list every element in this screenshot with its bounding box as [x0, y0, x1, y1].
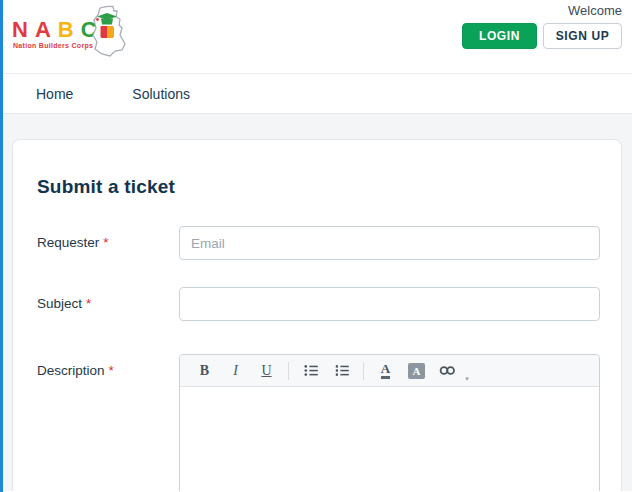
ordered-list-icon[interactable]	[327, 359, 356, 383]
subject-input[interactable]	[179, 287, 600, 321]
page-title: Submit a ticket	[37, 176, 600, 198]
description-richtext-editor: B I U	[179, 354, 600, 491]
submit-ticket-card: Submit a ticket Requester* Subject* Desc…	[12, 139, 622, 491]
bold-icon[interactable]: B	[190, 359, 219, 383]
font-color-icon[interactable]: A	[371, 359, 400, 383]
login-button[interactable]: LOGIN	[462, 23, 537, 49]
requester-email-input[interactable]	[179, 226, 600, 260]
required-asterisk: *	[109, 363, 114, 378]
requester-row: Requester*	[37, 226, 600, 260]
logo-tagline: Nation Builders Corps	[13, 42, 93, 49]
requester-label: Requester*	[37, 226, 179, 250]
underline-icon[interactable]: U	[252, 359, 281, 383]
nav-item-solutions[interactable]: Solutions	[132, 86, 190, 102]
link-dropdown-caret-icon[interactable]: ▼	[464, 376, 470, 382]
main-nav: Home Solutions	[0, 74, 632, 114]
toolbar-divider	[363, 362, 364, 380]
header: NABC Nation Builders Corps Welcome LOGIN…	[0, 0, 632, 74]
required-asterisk: *	[103, 235, 108, 250]
bullet-list-icon[interactable]	[296, 359, 325, 383]
welcome-text: Welcome	[568, 3, 622, 19]
description-label: Description*	[37, 354, 179, 378]
subject-label: Subject*	[37, 287, 179, 311]
logo-letter-b: B	[58, 17, 81, 42]
nav-item-home[interactable]: Home	[36, 86, 73, 102]
auth-buttons: LOGIN SIGN UP	[462, 23, 622, 49]
signup-button[interactable]: SIGN UP	[543, 23, 622, 49]
description-editor-content[interactable]	[180, 387, 599, 491]
page-body: Submit a ticket Requester* Subject* Desc…	[0, 114, 632, 491]
insert-link-icon[interactable]	[433, 359, 462, 383]
highlight-color-icon[interactable]: A	[402, 359, 431, 383]
required-asterisk: *	[86, 296, 91, 311]
editor-toolbar: B I U	[180, 355, 599, 387]
italic-icon[interactable]: I	[221, 359, 250, 383]
nabco-logo[interactable]: NABC Nation Builders Corps	[12, 4, 152, 66]
logo-letter-a: A	[35, 17, 58, 42]
toolbar-divider	[288, 362, 289, 380]
subject-row: Subject*	[37, 287, 600, 321]
window-edge-strip	[0, 0, 3, 492]
ghana-map-icon	[86, 3, 128, 63]
description-row: Description* B I U	[37, 354, 600, 491]
logo-letter-n: N	[12, 17, 35, 42]
header-actions: Welcome LOGIN SIGN UP	[462, 0, 632, 73]
